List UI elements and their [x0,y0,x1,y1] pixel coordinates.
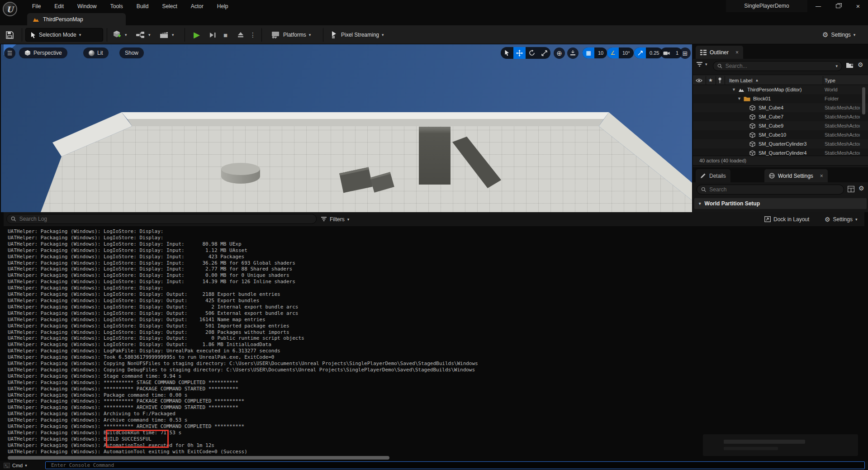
chevron-down-icon: ▾ [347,217,350,222]
chevron-down-icon: ▾ [699,201,701,206]
outliner-scrollbar[interactable] [862,87,865,114]
restore-button[interactable] [828,0,848,12]
lit-dropdown[interactable]: Lit [83,47,109,58]
close-icon[interactable]: × [735,49,739,56]
outliner-row-mesh[interactable]: SM_Cube7 StaticMeshActor [693,112,868,121]
log-text[interactable]: UATHelper: Packaging (Windows): LogIoSto… [8,228,478,455]
outliner-row-mesh[interactable]: SM_Cube10 StaticMeshActor [693,130,868,139]
expand-arrow-icon[interactable]: ▼ [737,96,741,101]
menu-tools[interactable]: Tools [104,1,129,12]
viewport-maximize-button[interactable]: ⊞ [679,47,691,59]
panel-grid-icon [848,186,854,192]
world-settings-search-input[interactable] [709,186,840,193]
surface-snapping-button[interactable] [567,47,579,59]
world-local-toggle[interactable]: ⊕ [554,47,565,59]
level-tab-strip: ThirdPersonMap [0,12,868,25]
scale-snap-control[interactable]: 0.25 [634,47,663,58]
outliner-row-mesh[interactable]: SM_QuarterCylinder4 StaticMeshActor [693,148,868,156]
search-icon [11,216,16,222]
outliner-search[interactable]: ▾ [713,61,842,71]
menu-window[interactable]: Window [71,1,103,12]
log-settings-dropdown[interactable]: ⚙ Settings ▾ [825,212,857,226]
dock-in-layout-button[interactable]: Dock in Layout [764,212,809,226]
unreal-logo-icon[interactable]: U [3,2,17,16]
window-titlebar: U File Edit Window Tools Build Select Ac… [0,0,868,12]
restore-icon [836,4,840,8]
grid-snap-control[interactable]: ▦ 10 [583,47,607,58]
camera-speed-control[interactable]: 1 [660,47,682,58]
log-horizontal-scrollbar[interactable] [8,456,389,460]
eject-icon [237,32,244,38]
move-tool-button[interactable] [513,47,526,59]
save-button[interactable] [5,25,14,44]
close-icon[interactable]: × [820,173,823,179]
outliner-row-folder[interactable]: ▼ Block01 Folder [693,94,868,103]
tab-thirdpersonmap[interactable]: ThirdPersonMap [27,13,126,25]
world-settings-icon [769,173,775,179]
visibility-column-header[interactable] [696,75,702,85]
blueprints-button[interactable]: ▾ [136,25,151,44]
play-options-button[interactable]: ⋮ [250,25,256,44]
menu-select[interactable]: Select [156,1,183,12]
type-column-header[interactable]: Type [825,75,835,85]
viewport-3d[interactable]: ☰ Perspective Lit Show ⊕ [1,44,692,212]
skip-to-button[interactable] [209,25,216,44]
console-command-input[interactable] [45,461,865,469]
tab-outliner[interactable]: Outliner × [696,46,743,59]
create-folder-button[interactable] [846,62,854,68]
add-cube-icon [112,30,122,40]
select-tool-button[interactable] [501,47,513,59]
tab-world-settings[interactable]: World Settings × [764,169,828,182]
minimize-button[interactable]: — [808,0,828,12]
cinematics-button[interactable]: ▾ [159,25,174,44]
scale-tool-button[interactable] [538,47,551,59]
world-settings-options-button[interactable]: ⚙ [859,185,864,192]
add-actor-button[interactable]: ▾ [112,25,127,44]
chevron-down-icon: ▾ [854,33,856,37]
pixel-streaming-dropdown[interactable]: Pixel Streaming ▾ [330,25,384,44]
settings-label: Settings [831,32,850,38]
world-partition-setup-header[interactable]: ▾ World Partition Setup [694,198,867,209]
log-search-input[interactable] [19,216,312,222]
item-label-column-header[interactable]: Item Label ▲ [729,75,759,85]
notification-toast[interactable] [703,434,858,456]
search-icon [701,187,706,192]
favorite-column-header[interactable]: ★ [708,75,713,85]
log-search[interactable] [6,214,317,224]
menu-help[interactable]: Help [211,1,234,12]
show-dropdown[interactable]: Show [119,47,144,58]
selection-mode-dropdown[interactable]: Selection Mode ▾ [25,28,103,42]
pin-column-header[interactable] [718,75,722,85]
rotation-snap-control[interactable]: ∠ 10° [607,47,634,58]
close-button[interactable]: × [848,0,868,12]
world-settings-search[interactable] [697,185,844,195]
outliner-search-input[interactable] [726,63,833,69]
stop-button[interactable]: ■ [223,25,228,44]
play-button[interactable]: ▶ [194,25,200,44]
outliner-row-mesh[interactable]: SM_Cube9 StaticMeshActor [693,121,868,130]
menu-edit[interactable]: Edit [48,1,70,12]
menu-file[interactable]: File [26,1,47,12]
dock-icon [764,216,771,222]
outliner-row-mesh[interactable]: SM_QuarterCylinder3 StaticMeshActor [693,139,868,148]
menu-build[interactable]: Build [131,1,155,12]
tab-details[interactable]: Details [696,169,730,182]
outliner-row-world[interactable]: ▼ ThirdPersonMap (Editor) World [693,85,868,94]
platforms-dropdown[interactable]: Platforms ▾ [270,25,311,44]
dock-in-layout-label: Dock in Layout [773,216,809,223]
menu-actor[interactable]: Actor [185,1,209,12]
editor-settings-dropdown[interactable]: ⚙ Settings ▾ [822,25,855,44]
log-filters-dropdown[interactable]: Filters ▾ [321,212,349,226]
outliner-row-mesh[interactable]: SM_Cube4 StaticMeshActor [693,103,868,112]
display-filter-button[interactable] [848,186,854,192]
eject-button[interactable] [237,25,244,44]
outliner-settings-button[interactable]: ⚙ [858,61,863,68]
viewport-options-button[interactable]: ☰ [4,47,15,59]
perspective-dropdown[interactable]: Perspective [19,47,67,58]
rotate-tool-button[interactable] [526,47,538,59]
console-type-dropdown[interactable]: ›_ Cmd ▾ [4,463,27,468]
scale-icon [541,50,547,56]
console-bar: ›_ Cmd ▾ [0,461,868,470]
expand-arrow-icon[interactable]: ▼ [732,87,736,92]
outliner-filter-button[interactable]: ▾ [697,62,707,67]
